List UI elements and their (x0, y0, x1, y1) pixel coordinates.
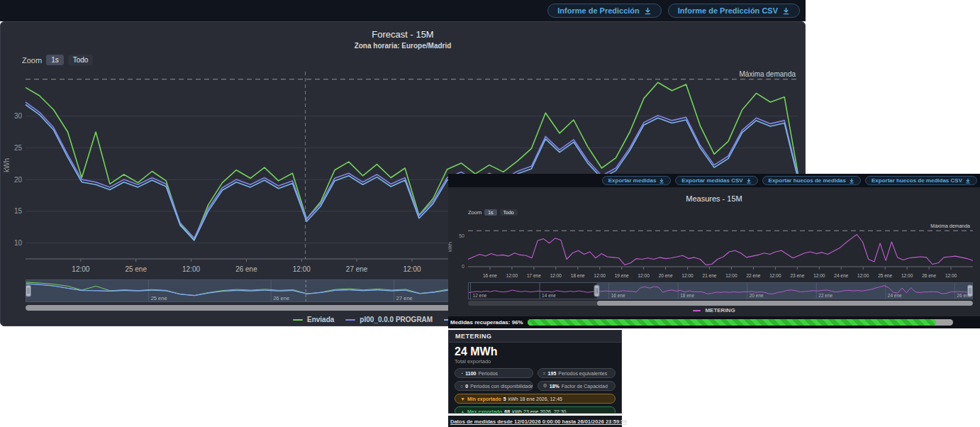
download-icon (965, 178, 971, 184)
svg-text:12:00: 12:00 (769, 273, 781, 278)
arrow-down-icon: ▼ (460, 396, 465, 401)
factor-capacidad-badge: ⚙ 18%Factor de Capacidad (538, 381, 616, 391)
download-icon (849, 178, 854, 184)
svg-text:25: 25 (14, 144, 23, 152)
svg-text:20 ene: 20 ene (659, 273, 673, 278)
svg-text:12:00: 12:00 (857, 273, 869, 278)
footer-strip: Datos de medidas desde 12/01/2026 0:00:0… (448, 416, 622, 427)
svg-text:12:00: 12:00 (945, 273, 957, 278)
gear-icon: ⚙ (543, 383, 547, 389)
metering-badges: ◔ 1100Periodos = 195Periodos equivalente… (455, 368, 616, 391)
svg-text:12:00: 12:00 (72, 265, 89, 273)
exportar-huecos-csv-button[interactable]: Exportar huecos de medidas CSV (865, 176, 977, 185)
svg-text:25 ene: 25 ene (878, 273, 892, 278)
svg-text:12:00: 12:00 (506, 273, 518, 278)
svg-text:20: 20 (14, 176, 23, 184)
svg-text:12:00: 12:00 (681, 273, 694, 278)
periodos-badge: ◔ 1100Periodos (455, 368, 533, 378)
measures-scrollbar-thumb[interactable] (597, 301, 973, 306)
informe-prediccion-csv-button[interactable]: Informe de Predicción CSV (668, 4, 800, 18)
svg-text:Máxima demanda: Máxima demanda (930, 223, 970, 228)
svg-text:12:00: 12:00 (901, 273, 913, 278)
svg-text:21 ene: 21 ene (703, 273, 717, 278)
svg-text:kWh: kWh (448, 242, 452, 252)
circle-icon: ○ (460, 384, 463, 389)
svg-text:12:00: 12:00 (594, 273, 606, 278)
top-toolbar: Informe de Predicción Informe de Predicc… (0, 0, 806, 21)
svg-text:26 ene: 26 ene (922, 273, 936, 278)
svg-text:27 ene: 27 ene (396, 295, 413, 301)
svg-text:12:00: 12:00 (725, 273, 737, 278)
svg-text:25 ene: 25 ene (125, 265, 147, 273)
progress-fill (528, 319, 936, 326)
button-label: Informe de Predicción CSV (678, 6, 778, 15)
measures-scrollbar[interactable] (468, 301, 973, 306)
svg-text:kWh: kWh (3, 158, 11, 172)
measures-legend: METERING (448, 307, 980, 314)
max-exportado-badge: ▲ Max exportado 68kWh 23 ene 2026, 22:30 (455, 406, 616, 414)
forecast-title: Forecast - 15M (1, 29, 805, 40)
svg-text:15: 15 (14, 207, 23, 215)
exportar-medidas-csv-button[interactable]: Exportar medidas CSV (675, 176, 757, 185)
legend-item-metering[interactable]: METERING (693, 307, 735, 314)
svg-text:22 ene: 22 ene (746, 273, 760, 278)
svg-text:30: 30 (14, 112, 23, 120)
arrow-up-icon: ▲ (460, 409, 465, 414)
exportar-medidas-button[interactable]: Exportar medidas (602, 176, 672, 185)
forecast-zoom-controls: Zoom 1s Todo (22, 55, 93, 65)
svg-text:50: 50 (459, 233, 464, 238)
download-icon (644, 7, 652, 15)
periodos-disponibilidades-badge: ○ 0Periodos con disponibilidades (455, 381, 533, 391)
total-exported-value: 24 MWh (455, 345, 616, 357)
button-label: Exportar medidas (608, 177, 657, 184)
forecast-legend: Enviada pl00_0.0.0 PROGRAM l00_ (293, 316, 472, 323)
zoom-1s-button[interactable]: 1s (484, 209, 496, 216)
measures-chart[interactable]: 050kWh16 ene12:0017 ene12:0018 ene12:001… (448, 220, 980, 281)
clock-icon: ◔ (460, 371, 463, 376)
exportar-huecos-button[interactable]: Exportar huecos de medidas (762, 176, 861, 185)
measures-zoom-controls: Zoom 1s Todo (468, 209, 518, 216)
svg-text:25 ene: 25 ene (151, 295, 167, 301)
legend-item-enviada[interactable]: Enviada (293, 316, 334, 323)
progress-track (528, 319, 953, 326)
legend-label: METERING (705, 307, 735, 314)
svg-text:22 ene: 22 ene (818, 293, 833, 298)
zoom-label: Zoom (22, 56, 42, 65)
forecast-subtitle: Zona horaria: Europe/Madrid (1, 42, 805, 50)
measures-navigator[interactable]: 12 ene14 ene16 ene18 ene20 ene22 ene24 e… (468, 282, 973, 299)
series-swatch (345, 319, 355, 321)
svg-text:16 ene: 16 ene (611, 293, 625, 298)
button-label: Exportar huecos de medidas (769, 177, 846, 184)
svg-text:Máxima demanda: Máxima demanda (740, 70, 796, 78)
date-range-link[interactable]: Datos de medidas desde 12/01/2026 0:00:0… (450, 418, 627, 425)
download-icon (746, 178, 752, 184)
legend-item-pl00-program[interactable]: pl00_0.0.0 PROGRAM (345, 316, 433, 323)
measures-svg: 050kWh16 ene12:0017 ene12:0018 ene12:001… (448, 220, 980, 281)
zoom-todo-button[interactable]: Todo (68, 55, 94, 65)
svg-text:18 ene: 18 ene (571, 273, 585, 278)
svg-text:18 ene: 18 ene (680, 293, 694, 298)
svg-text:27 ene: 27 ene (346, 265, 368, 273)
metering-body: 24 MWh Total exportado ◔ 1100Periodos = … (449, 343, 621, 414)
svg-text:19 ene: 19 ene (615, 273, 629, 278)
informe-prediccion-button[interactable]: Informe de Predicción (547, 4, 662, 18)
equals-icon: = (543, 371, 546, 376)
svg-text:12:00: 12:00 (813, 273, 825, 278)
measures-recovered-progress: Medidas recuperadas: 96% (448, 316, 980, 328)
svg-text:0: 0 (462, 264, 464, 269)
svg-text:12:00: 12:00 (293, 265, 311, 273)
svg-text:26 ene: 26 ene (273, 295, 289, 301)
button-label: Informe de Predicción (557, 6, 640, 15)
svg-text:23 ene: 23 ene (790, 273, 804, 278)
metering-card: METERING 24 MWh Total exportado ◔ 1100Pe… (448, 330, 622, 414)
zoom-label: Zoom (468, 209, 481, 216)
measures-chart-panel: Measures - 15M Zoom 1s Todo 050kWh16 ene… (448, 187, 980, 316)
svg-text:12:00: 12:00 (550, 273, 562, 278)
svg-text:26 ene: 26 ene (235, 265, 257, 273)
zoom-1s-button[interactable]: 1s (46, 55, 64, 65)
zoom-todo-button[interactable]: Todo (500, 209, 518, 216)
measures-export-toolbar: Exportar medidas Exportar medidas CSV Ex… (448, 174, 980, 187)
svg-text:12:00: 12:00 (403, 265, 421, 273)
svg-text:24 ene: 24 ene (834, 273, 848, 278)
svg-text:12:00: 12:00 (182, 265, 200, 273)
